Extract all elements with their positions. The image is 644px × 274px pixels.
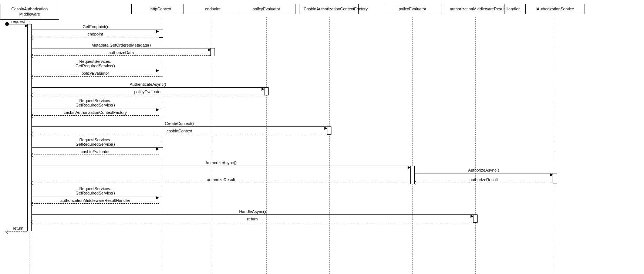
message-label-final-return: return [13,226,24,230]
message-17 [32,183,410,183]
participant-p_http: httpContext [131,4,190,14]
sequence-diagram: CasbinAuthorizationMiddlewarehttpContext… [0,0,644,274]
message-label-16: authorizeResult [469,177,498,182]
message-18 [32,196,159,197]
participant-p_pe2: policyEvaluator [383,4,442,14]
lifeline-p_pe1 [266,17,267,274]
lifeline-p_amrh [475,17,476,274]
message-label-0: GetEndpoint() [82,24,108,29]
activation-p_http-398 [159,147,163,155]
message-label-request: request [11,19,25,24]
message-11 [32,134,327,135]
message-label-4: RequestServices.GetRequiredService() [75,59,115,68]
message-label-7: policyEvaluator [134,89,162,94]
activation-p_http-80 [159,30,163,38]
message-13 [32,155,159,155]
message-label-10: CreateContext() [165,121,194,126]
message-label-2: Metadata.GetOrderedMetadata() [91,43,151,47]
message-request [9,24,27,25]
message-label-18: RequestServices.GetRequiredService() [75,186,115,195]
message-label-5: policyEvaluator [81,71,109,75]
message-label-6: AuthenticateAsync() [130,82,166,87]
message-label-8: RequestServices.GetRequiredService() [75,98,115,107]
message-1 [32,37,159,38]
message-label-19: authorizationMiddlewareResultHandler [60,198,130,203]
activation-p_http-186 [159,69,163,77]
message-20 [32,214,473,215]
message-3 [32,55,210,56]
message-label-14: AuthorizeAsync() [206,160,237,165]
message-5 [32,76,159,77]
activation-p_caf-342 [327,126,331,135]
message-label-1: endpoint [87,32,103,36]
activation-p_pe2-448 [410,166,415,184]
lifeline-p_pe2 [412,17,413,274]
message-label-17: authorizeResult [207,177,235,182]
activation-p_pe1-236 [264,87,269,95]
lifeline-p_ias [555,17,555,274]
activation-p_http-292 [159,108,163,116]
lifeline-p_caf [329,17,330,274]
found-message-start [5,22,9,26]
message-label-20: HandleAsync() [239,209,266,214]
message-8 [32,108,159,109]
activation-p_http-530 [159,196,163,204]
message-2 [32,48,210,49]
participant-p_caf: CasbinAuthorizationContextFactory [300,4,359,14]
message-16 [415,183,553,183]
message-10 [32,126,327,127]
message-label-3: authorizeData [108,50,134,55]
activation-p_ep-130 [210,48,215,56]
participant-p_pe1: policyEvaluator [237,4,296,14]
message-21 [32,222,473,223]
message-19 [32,203,159,204]
message-label-11: casbinContext [166,129,192,133]
message-12 [32,147,159,148]
participant-p_amrh: authorizationMiddlewareResultHandler [446,4,505,14]
participant-p_ep: endpoint [183,4,242,14]
message-15 [415,173,553,174]
message-9 [32,115,159,116]
message-label-9: casbinAuthorizationContextFactory [64,110,127,115]
participant-p_ias: IAuthorizationService [525,4,584,14]
activation-p_amrh-580 [473,214,478,223]
message-label-21: return [247,217,258,221]
message-7 [32,95,264,95]
message-final-return [7,231,27,232]
message-0 [32,30,159,30]
message-label-12: RequestServices.GetRequiredService() [75,138,115,146]
message-label-15: AuthorizeAsync() [468,168,499,172]
message-14 [32,166,410,166]
message-label-13: casbinEvaluator [81,149,109,154]
message-4 [32,69,159,70]
activation-p_ias-468 [553,173,557,183]
message-6 [32,87,264,88]
